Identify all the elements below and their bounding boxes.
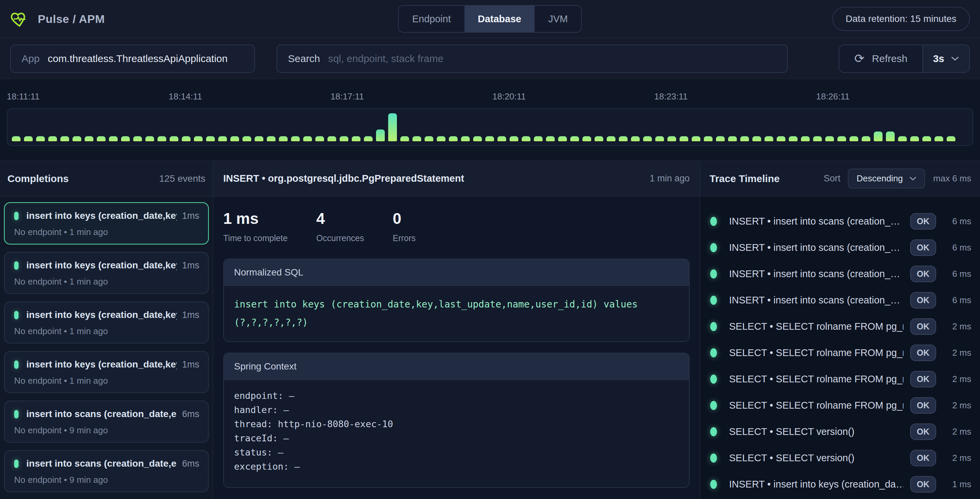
completion-sql: insert into keys (creation_date,key,l… <box>26 260 177 271</box>
trace-status-dot-icon <box>710 243 717 252</box>
refresh-controls: ⟳ Refresh 3s <box>839 44 970 73</box>
trace-row[interactable]: SELECT • SELECT version()OK2 ms <box>700 418 980 445</box>
trace-label: SELECT • SELECT version() <box>729 426 904 437</box>
trace-label: INSERT • insert into scans (creation_… <box>729 242 904 253</box>
stat-block: 0Errors <box>393 210 416 243</box>
trace-timeline-title: Trace Timeline <box>710 173 780 184</box>
trace-duration: 2 ms <box>942 321 971 332</box>
histogram-bar <box>485 136 494 141</box>
status-badge: OK <box>910 450 937 466</box>
trace-row[interactable]: INSERT • insert into scans (creation_…OK… <box>700 287 980 313</box>
completions-list: insert into keys (creation_date,key,l…1m… <box>0 197 213 499</box>
histogram-bar <box>595 136 603 141</box>
trace-row[interactable]: INSERT • insert into scans (creation_…OK… <box>700 261 980 287</box>
main-columns: Completions 125 events insert into keys … <box>0 161 980 499</box>
completions-panel: Completions 125 events insert into keys … <box>0 161 213 499</box>
trace-row[interactable]: SELECT • SELECT rolname FROM pg_r…OK2 ms <box>700 313 980 340</box>
trace-label: SELECT • SELECT rolname FROM pg_r… <box>729 400 904 411</box>
completion-item[interactable]: insert into keys (creation_date,key,l…1m… <box>4 202 209 245</box>
context-line: status: – <box>234 445 679 459</box>
histogram-bar <box>303 136 312 141</box>
detail-title: INSERT • org.postgresql.jdbc.PgPreparedS… <box>223 173 464 184</box>
trace-row[interactable]: INSERT • insert into keys (creation_da…O… <box>700 497 980 499</box>
trace-row[interactable]: INSERT • insert into scans (creation_…OK… <box>700 234 980 261</box>
histogram-bar <box>158 136 166 141</box>
trace-row[interactable]: INSERT • insert into keys (creation_da…O… <box>700 471 980 497</box>
refresh-interval-dropdown[interactable]: 3s <box>923 45 969 72</box>
completion-item[interactable]: insert into scans (creation_date,en…6msN… <box>4 400 209 443</box>
stat-block: 4Occurrences <box>316 210 364 243</box>
histogram-bar <box>801 136 810 141</box>
app-filter-field[interactable]: App com.threatless.ThreatlessApiApplicat… <box>10 44 255 73</box>
completion-duration: 1ms <box>182 310 199 320</box>
stat-label: Occurrences <box>316 233 364 243</box>
histogram-bar <box>109 136 118 141</box>
trace-row[interactable]: SELECT • SELECT rolname FROM pg_r…OK2 ms <box>700 340 980 366</box>
histogram-bar <box>631 136 640 141</box>
tab-jvm[interactable]: JVM <box>535 6 581 32</box>
query-status-dot-icon <box>14 212 19 220</box>
detail-panel: INSERT • org.postgresql.jdbc.PgPreparedS… <box>213 161 700 499</box>
search-input[interactable] <box>328 53 776 64</box>
status-badge: OK <box>910 397 937 414</box>
trace-status-dot-icon <box>710 296 717 305</box>
completion-meta: No endpoint • 1 min ago <box>14 376 199 386</box>
completions-title: Completions <box>8 173 69 184</box>
trace-status-dot-icon <box>710 322 717 331</box>
completion-item[interactable]: insert into keys (creation_date,key,l…1m… <box>4 252 209 294</box>
histogram-bar <box>740 136 749 141</box>
completion-item[interactable]: insert into keys (creation_date,key,l…1m… <box>4 351 209 393</box>
trace-label: SELECT • SELECT rolname FROM pg_r… <box>729 347 904 358</box>
detail-timestamp: 1 min ago <box>649 173 690 184</box>
tab-endpoint[interactable]: Endpoint <box>399 6 465 32</box>
histogram-bar <box>24 136 33 141</box>
trace-duration: 2 ms <box>942 374 971 385</box>
completion-item[interactable]: insert into keys (creation_date,key,l…1m… <box>4 302 209 343</box>
completions-header: Completions 125 events <box>0 161 213 197</box>
completion-sql: insert into scans (creation_date,en… <box>26 458 177 469</box>
histogram-bar <box>910 136 919 141</box>
completion-duration: 1ms <box>182 211 199 221</box>
refresh-button[interactable]: ⟳ Refresh <box>839 45 922 72</box>
top-bar: Pulse / APM EndpointDatabaseJVM Data ret… <box>0 0 980 38</box>
trace-row[interactable]: SELECT • SELECT version()OK2 ms <box>700 445 980 471</box>
sort-dropdown[interactable]: Descending <box>848 168 925 189</box>
context-line: traceId: – <box>234 431 679 445</box>
detail-stats: 1 msTime to complete4Occurrences0Errors <box>223 210 694 243</box>
trace-label: SELECT • SELECT rolname FROM pg_r… <box>729 373 904 385</box>
trace-max-duration: max 6 ms <box>933 173 971 184</box>
histogram-bar <box>170 136 178 141</box>
stat-block: 1 msTime to complete <box>223 210 288 243</box>
histogram-bar <box>182 136 191 141</box>
app-filter-value: com.threatless.ThreatlessApiApplication <box>48 53 228 64</box>
activity-timeline: 18:11:1118:14:1118:17:1118:20:1118:23:11… <box>0 91 980 161</box>
completion-meta: No endpoint • 1 min ago <box>14 227 199 237</box>
histogram-bar <box>898 136 907 141</box>
trace-row[interactable]: SELECT • SELECT rolname FROM pg_r…OK2 ms <box>700 392 980 418</box>
histogram-bar <box>206 136 215 141</box>
histogram-bar <box>412 136 421 141</box>
completion-item[interactable]: insert into scans (creation_date,en…6msN… <box>4 450 209 492</box>
histogram-bar <box>643 136 652 141</box>
histogram-bar <box>12 136 21 141</box>
activity-histogram[interactable] <box>7 108 973 146</box>
completion-item-row: insert into keys (creation_date,key,l…1m… <box>14 210 199 221</box>
context-line: handler: – <box>234 403 679 417</box>
data-retention-badge: Data retention: 15 minutes <box>832 7 970 31</box>
tab-database[interactable]: Database <box>465 6 535 32</box>
refresh-interval-value: 3s <box>933 53 944 64</box>
trace-duration: 6 ms <box>942 295 971 305</box>
completion-item-row: insert into scans (creation_date,en…6ms <box>14 408 199 420</box>
trace-label: SELECT • SELECT version() <box>729 453 904 464</box>
completion-meta: No endpoint • 1 min ago <box>14 326 199 337</box>
histogram-bar <box>498 136 506 141</box>
trace-row[interactable]: SELECT • SELECT rolname FROM pg_r…OK2 ms <box>700 366 980 392</box>
stat-label: Errors <box>393 233 416 243</box>
histogram-bar <box>97 136 105 141</box>
completion-sql: insert into keys (creation_date,key,l… <box>26 210 177 221</box>
trace-status-dot-icon <box>710 375 717 384</box>
spring-context-title: Spring Context <box>224 353 689 380</box>
detail-body: 1 msTime to complete4Occurrences0Errors … <box>213 197 700 499</box>
trace-row[interactable]: INSERT • insert into scans (creation_…OK… <box>700 208 980 234</box>
brand: Pulse / APM <box>10 10 105 28</box>
